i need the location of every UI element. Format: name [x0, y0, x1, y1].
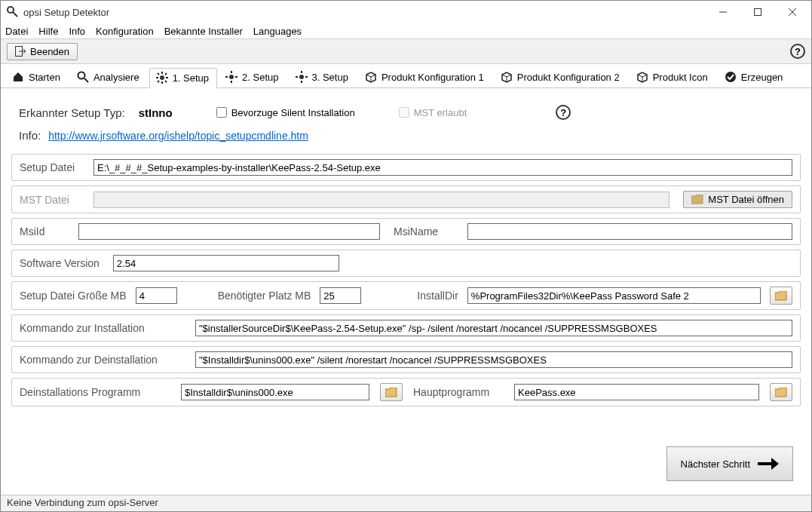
msiname-input[interactable]: [467, 223, 792, 240]
help-icon[interactable]: ?: [790, 44, 805, 59]
msiname-label: MsiName: [394, 225, 454, 238]
quit-button[interactable]: Beenden: [7, 43, 78, 60]
box-icon: [365, 71, 377, 83]
svg-point-19: [229, 75, 234, 79]
installdir-input[interactable]: [467, 287, 761, 304]
info-label: Info:: [19, 129, 41, 142]
svg-line-9: [84, 78, 88, 82]
svg-point-10: [160, 75, 164, 80]
msiid-label: MsiId: [20, 225, 65, 238]
box-icon: [636, 71, 648, 83]
folder-icon: [691, 195, 703, 204]
quit-button-label: Beenden: [30, 46, 69, 57]
close-button[interactable]: [775, 1, 810, 23]
setup-file-label: Setup Datei: [20, 161, 80, 173]
tab-product-config-1[interactable]: Produkt Konfiguration 1: [358, 67, 492, 87]
svg-point-24: [299, 75, 304, 79]
installdir-label: InstallDir: [417, 290, 458, 302]
mst-allowed-checkbox: MST erlaubt: [399, 107, 467, 118]
window-titlebar: opsi Setup Detektor: [1, 1, 811, 23]
tab-analyse[interactable]: Analysiere: [70, 67, 148, 87]
setup-file-input[interactable]: [93, 159, 792, 176]
svg-marker-31: [771, 458, 779, 470]
box-icon: [501, 71, 513, 83]
exit-icon: [15, 46, 26, 57]
size-label: Setup Datei Größe MB: [20, 290, 127, 302]
main-prog-input[interactable]: [514, 384, 759, 400]
svg-rect-3: [755, 9, 761, 16]
uninstall-prog-browse-button[interactable]: [380, 383, 403, 401]
tab-setup-2[interactable]: 2. Setup: [219, 67, 286, 87]
menu-file[interactable]: Datei: [5, 26, 28, 37]
gear-icon: [225, 71, 237, 83]
installdir-browse-button[interactable]: [770, 287, 792, 305]
section-help-icon[interactable]: ?: [556, 105, 571, 120]
svg-line-16: [165, 81, 167, 82]
status-bar: Keine Verbindung zum opsi-Server: [1, 495, 811, 511]
svg-line-15: [158, 73, 159, 75]
size-input[interactable]: [136, 287, 177, 304]
uninstall-prog-label: Deinstallations Programm: [20, 386, 170, 398]
svg-point-29: [725, 72, 736, 82]
tab-product-icon[interactable]: Produkt Icon: [630, 67, 716, 87]
install-cmd-label: Kommando zur Installation: [20, 322, 182, 334]
folder-icon: [385, 388, 397, 397]
tab-setup-3[interactable]: 3. Setup: [289, 67, 357, 87]
required-label: Benötigter Platz MB: [218, 290, 311, 302]
arrow-right-icon: [758, 458, 779, 470]
minimize-button[interactable]: [706, 1, 740, 23]
tab-content: Erkannter Setup Typ: stInno Bevorzuge Si…: [1, 88, 811, 495]
toolbar: Beenden ?: [1, 38, 811, 64]
info-link[interactable]: http://www.jrsoftware.org/ishelp/topic_s…: [48, 130, 308, 142]
tab-product-config-2[interactable]: Produkt Konfiguration 2: [494, 67, 628, 87]
menu-config[interactable]: Konfiguration: [96, 26, 154, 37]
check-circle-icon: [725, 71, 737, 83]
mst-open-button[interactable]: MST Datei öffnen: [683, 191, 792, 208]
gear-icon: [296, 71, 308, 83]
mst-file-input: [93, 192, 670, 208]
svg-line-17: [158, 81, 159, 82]
uninstall-prog-input[interactable]: [181, 384, 369, 400]
tab-setup-1[interactable]: 1. Setup: [149, 68, 217, 88]
menu-help[interactable]: Hilfe: [38, 26, 58, 37]
menu-info[interactable]: Info: [69, 26, 85, 37]
menu-known-installers[interactable]: Bekannte Installer: [164, 26, 243, 37]
svg-point-0: [8, 7, 14, 13]
prefer-silent-checkbox[interactable]: Bevorzuge Silent Installation: [216, 107, 355, 118]
uninstall-cmd-input[interactable]: [195, 351, 792, 368]
folder-icon: [775, 388, 787, 397]
menu-languages[interactable]: Languages: [253, 26, 302, 37]
main-prog-browse-button[interactable]: [770, 383, 792, 401]
menu-bar: Datei Hilfe Info Konfiguration Bekannte …: [1, 23, 811, 38]
install-cmd-input[interactable]: [195, 320, 792, 336]
window-title: opsi Setup Detektor: [23, 7, 706, 18]
tab-start[interactable]: Starten: [5, 67, 69, 87]
tab-bar: Starten Analysiere 1. Setup 2. Setup 3. …: [1, 64, 811, 88]
svg-point-8: [78, 72, 84, 79]
msiid-input[interactable]: [78, 223, 380, 240]
search-icon: [77, 71, 89, 83]
tab-create[interactable]: Erzeugen: [718, 67, 792, 87]
status-text: Keine Verbindung zum opsi-Server: [7, 497, 158, 508]
app-icon: [7, 6, 19, 18]
required-input[interactable]: [320, 287, 361, 304]
main-prog-label: Hauptprogramm: [413, 386, 504, 398]
version-input[interactable]: [113, 255, 339, 271]
uninstall-cmd-label: Kommando zur Deinstallation: [20, 354, 182, 366]
mst-file-label: MST Datei: [20, 194, 80, 206]
gear-icon: [156, 72, 168, 84]
detected-type-value: stInno: [139, 106, 173, 119]
folder-icon: [775, 291, 787, 301]
version-label: Software Version: [20, 257, 100, 269]
maximize-button[interactable]: [740, 1, 775, 23]
home-icon: [12, 71, 24, 83]
svg-line-1: [13, 12, 17, 17]
svg-line-18: [165, 73, 167, 75]
detected-type-label: Erkannter Setup Typ:: [19, 106, 125, 119]
next-step-button[interactable]: Nächster Schritt: [666, 446, 793, 481]
